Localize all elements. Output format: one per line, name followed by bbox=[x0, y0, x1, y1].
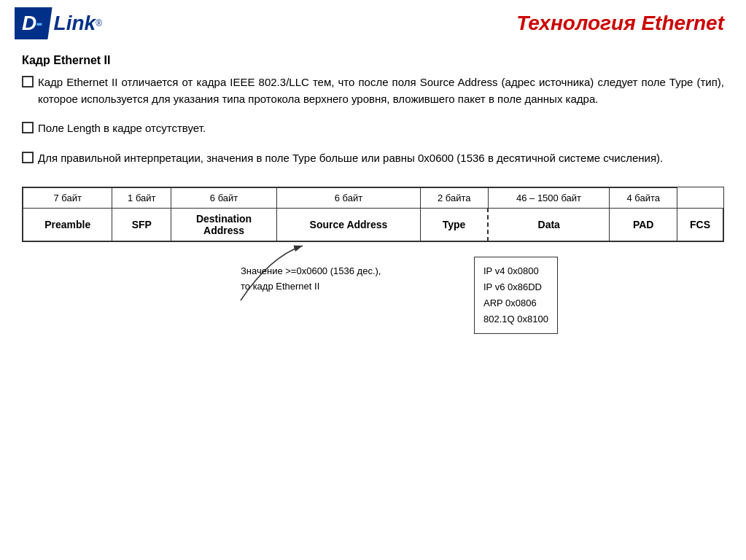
logo-registered: ® bbox=[96, 18, 102, 28]
paragraph-3-text: Для правильной интерпретации, значения в… bbox=[38, 150, 663, 167]
paragraph-2: Поле Length в кадре отсутствует. bbox=[22, 120, 724, 144]
page-title: Технология Ethernet bbox=[516, 12, 724, 35]
table-size-row: 7 байт 1 байт 6 байт 6 байт 2 байта 46 –… bbox=[23, 188, 723, 209]
content: Кадр Ethernet II Кадр Ethernet II отлича… bbox=[0, 43, 746, 351]
col-size-src: 6 байт bbox=[277, 188, 421, 209]
bullet-icon-2 bbox=[22, 122, 34, 133]
col-preamble: Preamble bbox=[23, 209, 112, 241]
col-fcs: FCS bbox=[677, 209, 723, 241]
col-size-dest: 6 байт bbox=[171, 188, 277, 209]
col-data: Data bbox=[488, 209, 610, 241]
bullet-icon-1 bbox=[22, 76, 34, 88]
logo-link: Link bbox=[54, 12, 96, 35]
paragraph-2-text: Поле Length в кадре отсутствует. bbox=[38, 120, 206, 137]
annotation-text: Значение >=0x0600 (1536 дес.),то кадр Et… bbox=[241, 265, 381, 292]
col-sfp: SFP bbox=[112, 209, 171, 241]
col-destination-address: DestinationAddress bbox=[171, 209, 277, 241]
logo-bg: D- bbox=[15, 7, 53, 39]
col-type: Type bbox=[420, 209, 488, 241]
col-size-data: 46 – 1500 байт bbox=[488, 188, 610, 209]
col-size-type: 2 байта bbox=[420, 188, 488, 209]
table-label-row: Preamble SFP DestinationAddress Source A… bbox=[23, 209, 723, 241]
header: D- Link ® Технология Ethernet bbox=[0, 0, 746, 43]
info-box-text: IP v4 0x0800IP v6 0x86DDARP 0x0806802.1Q… bbox=[483, 265, 548, 324]
col-size-preamble: 7 байт bbox=[23, 188, 112, 209]
info-box: IP v4 0x0800IP v6 0x86DDARP 0x0806802.1Q… bbox=[474, 257, 558, 334]
paragraph-1: Кадр Ethernet II отличается от кадра IEE… bbox=[22, 74, 724, 114]
annotation: Значение >=0x0600 (1536 дес.),то кадр Et… bbox=[241, 264, 381, 295]
col-source-address: Source Address bbox=[277, 209, 421, 241]
col-pad: PAD bbox=[610, 209, 677, 241]
col-size-sfp: 1 байт bbox=[112, 188, 171, 209]
frame-table: 7 байт 1 байт 6 байт 6 байт 2 байта 46 –… bbox=[22, 187, 724, 242]
paragraph-3: Для правильной интерпретации, значения в… bbox=[22, 150, 724, 174]
paragraph-1-text: Кадр Ethernet II отличается от кадра IEE… bbox=[38, 74, 724, 107]
diagram: Значение >=0x0600 (1536 дес.),то кадр Et… bbox=[22, 249, 724, 344]
col-size-pad: 4 байта bbox=[610, 188, 677, 209]
section-heading: Кадр Ethernet II bbox=[22, 54, 724, 67]
logo: D- Link ® bbox=[15, 7, 102, 39]
bullet-icon-3 bbox=[22, 152, 34, 163]
